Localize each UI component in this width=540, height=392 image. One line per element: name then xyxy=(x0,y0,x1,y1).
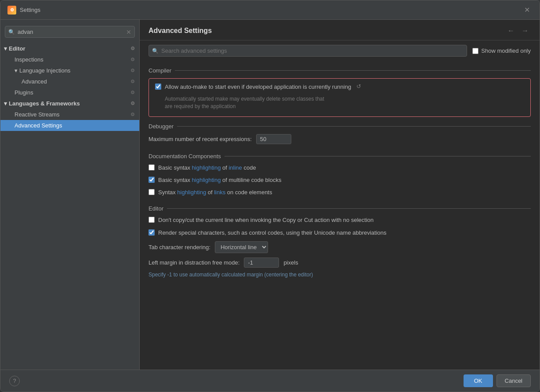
panel-nav: ← → xyxy=(505,26,531,36)
editor-option2-label: Render special characters, such as contr… xyxy=(158,229,387,237)
sidebar-item-languages-frameworks[interactable]: ▾ Languages & Frameworks ⚙ xyxy=(0,98,139,109)
compiler-option1-checkbox[interactable] xyxy=(155,83,161,90)
compiler-section-header: Compiler xyxy=(149,67,531,74)
lang-fw-gear-icon: ⚙ xyxy=(130,101,135,106)
panel-content: Compiler Allow auto-make to start even i… xyxy=(140,61,540,370)
debugger-section-group: Maximum number of recent expressions: xyxy=(149,134,531,144)
sidebar-item-inspections[interactable]: Inspections ⚙ xyxy=(0,54,139,65)
app-icon: ⚙ xyxy=(7,6,16,15)
sidebar-search-wrap: 🔍 ✕ xyxy=(5,26,135,38)
lang-fw-expand-arrow: ▾ xyxy=(4,100,7,107)
sidebar-editor-label: Editor xyxy=(9,45,130,52)
editor-option2-checkbox[interactable] xyxy=(149,229,155,236)
editor-section-group: Don't copy/cut the current line when inv… xyxy=(149,216,531,278)
reactive-gear-icon: ⚙ xyxy=(130,112,135,117)
bottom-right-buttons: OK Cancel xyxy=(464,374,531,387)
sidebar-search-input[interactable] xyxy=(5,26,135,38)
editor-expand-arrow: ▾ xyxy=(4,45,7,52)
doc-option3-links: links xyxy=(214,189,225,196)
sidebar-item-advanced-settings[interactable]: Advanced Settings xyxy=(0,120,139,131)
compiler-reset-icon[interactable]: ↺ xyxy=(356,83,361,90)
debugger-max-expr-input[interactable] xyxy=(256,134,291,144)
show-modified-text: Show modified only xyxy=(481,47,531,54)
tab-rendering-select[interactable]: Horizontal line Arrow None xyxy=(215,241,268,253)
show-modified-label[interactable]: Show modified only xyxy=(472,47,531,54)
sidebar-advanced-label: Advanced xyxy=(22,78,130,85)
sidebar-inspections-label: Inspections xyxy=(14,56,130,63)
sidebar-item-editor[interactable]: ▾ Editor ⚙ xyxy=(0,43,139,54)
editor-option1-row: Don't copy/cut the current line when inv… xyxy=(149,216,531,224)
nav-back-button[interactable]: ← xyxy=(505,26,517,36)
sidebar-item-plugins[interactable]: Plugins ⚙ xyxy=(0,87,139,98)
editor-option2-row: Render special characters, such as contr… xyxy=(149,229,531,237)
sidebar-search-clear[interactable]: ✕ xyxy=(125,29,132,36)
title-bar-left: ⚙ Settings xyxy=(7,6,40,15)
settings-search-input[interactable] xyxy=(149,45,467,57)
doc-option3-label: Syntax highlighting of links on code ele… xyxy=(158,189,272,196)
editor-gear-icon: ⚙ xyxy=(130,46,135,51)
lang-inject-expand-arrow: ▾ xyxy=(14,67,18,74)
editor-section-label: Editor xyxy=(149,205,163,212)
doc-option2-label: Basic syntax highlighting of multiline c… xyxy=(158,176,281,184)
doc-option1-label: Basic syntax highlighting of inline code xyxy=(158,164,256,172)
compiler-label: Compiler xyxy=(149,67,171,74)
left-margin-label: Left margin in distraction free mode: xyxy=(149,259,239,266)
sidebar-search-icon: 🔍 xyxy=(8,29,15,35)
sidebar-item-reactive-streams[interactable]: Reactive Streams ⚙ xyxy=(0,109,139,120)
ok-button[interactable]: OK xyxy=(464,374,493,387)
left-margin-hint: Specify -1 to use automatically calculat… xyxy=(149,271,531,279)
doc-option3-checkbox[interactable] xyxy=(149,189,155,195)
panel-header: Advanced Settings ← → xyxy=(140,20,540,40)
doc-option1-checkbox[interactable] xyxy=(149,164,155,171)
sidebar-item-language-injections[interactable]: ▾ Language Injections ⚙ xyxy=(0,65,139,76)
pixels-label: pixels xyxy=(283,259,298,266)
settings-search-wrap: 🔍 xyxy=(149,45,467,57)
main-content: 🔍 ✕ ▾ Editor ⚙ Inspections ⚙ xyxy=(0,20,540,370)
compiler-option1-desc1: Automatically started make may eventuall… xyxy=(155,95,524,110)
help-button[interactable]: ? xyxy=(9,376,20,386)
panel-title: Advanced Settings xyxy=(149,27,212,35)
close-button[interactable]: ✕ xyxy=(522,5,533,15)
doc-option3-row: Syntax highlighting of links on code ele… xyxy=(149,189,531,196)
bottom-bar: ? OK Cancel xyxy=(0,370,540,392)
debugger-section-header: Debugger xyxy=(149,123,531,130)
sidebar-adv-settings-label: Advanced Settings xyxy=(14,122,135,129)
debugger-max-expr-label: Maximum number of recent expressions: xyxy=(149,136,252,142)
lang-inject-gear-icon: ⚙ xyxy=(130,68,135,73)
search-bar-row: 🔍 Show modified only xyxy=(140,40,540,61)
nav-forward-button[interactable]: → xyxy=(519,26,531,36)
cancel-button[interactable]: Cancel xyxy=(497,374,531,387)
doc-option1-row: Basic syntax highlighting of inline code xyxy=(149,164,531,172)
window-title: Settings xyxy=(20,7,40,13)
doc-option1-inline-link: inline xyxy=(228,164,242,171)
sidebar-lang-inject-label: Language Injections xyxy=(19,67,130,74)
editor-option1-checkbox[interactable] xyxy=(149,217,155,223)
compiler-option1-label: Allow auto-make to start even if develop… xyxy=(165,83,351,91)
compiler-highlighted-section: Allow auto-make to start even if develop… xyxy=(149,78,531,117)
sidebar-section: ▾ Editor ⚙ Inspections ⚙ ▾ Language Inje… xyxy=(0,42,139,132)
tab-rendering-row: Tab character rendering: Horizontal line… xyxy=(149,241,531,253)
debugger-max-expr-row: Maximum number of recent expressions: xyxy=(149,134,531,144)
documentation-section-header: Documentation Components xyxy=(149,153,531,160)
doc-option2-row: Basic syntax highlighting of multiline c… xyxy=(149,176,531,184)
tab-rendering-label: Tab character rendering: xyxy=(149,244,210,250)
documentation-section-group: Basic syntax highlighting of inline code… xyxy=(149,164,531,197)
doc-option2-link-highlight: highlighting xyxy=(192,177,221,183)
sidebar: 🔍 ✕ ▾ Editor ⚙ Inspections ⚙ xyxy=(0,20,140,370)
settings-search-icon: 🔍 xyxy=(152,48,159,54)
left-margin-row: Left margin in distraction free mode: pi… xyxy=(149,258,531,268)
doc-option1-link-highlight: highlighting xyxy=(192,164,221,171)
inspections-gear-icon: ⚙ xyxy=(130,57,135,62)
sidebar-item-advanced[interactable]: Advanced ⚙ xyxy=(0,76,139,87)
debugger-label: Debugger xyxy=(149,123,174,130)
editor-option1-label: Don't copy/cut the current line when inv… xyxy=(158,216,373,224)
documentation-label: Documentation Components xyxy=(149,153,221,160)
left-margin-input[interactable] xyxy=(244,258,279,268)
right-panel: Advanced Settings ← → 🔍 Show modified on… xyxy=(140,20,540,370)
advanced-gear-icon: ⚙ xyxy=(130,79,135,84)
sidebar-plugins-label: Plugins xyxy=(14,89,130,96)
compiler-option1-row: Allow auto-make to start even if develop… xyxy=(155,83,524,91)
sidebar-reactive-label: Reactive Streams xyxy=(14,111,130,118)
show-modified-checkbox[interactable] xyxy=(472,48,478,54)
doc-option2-checkbox[interactable] xyxy=(149,177,155,183)
